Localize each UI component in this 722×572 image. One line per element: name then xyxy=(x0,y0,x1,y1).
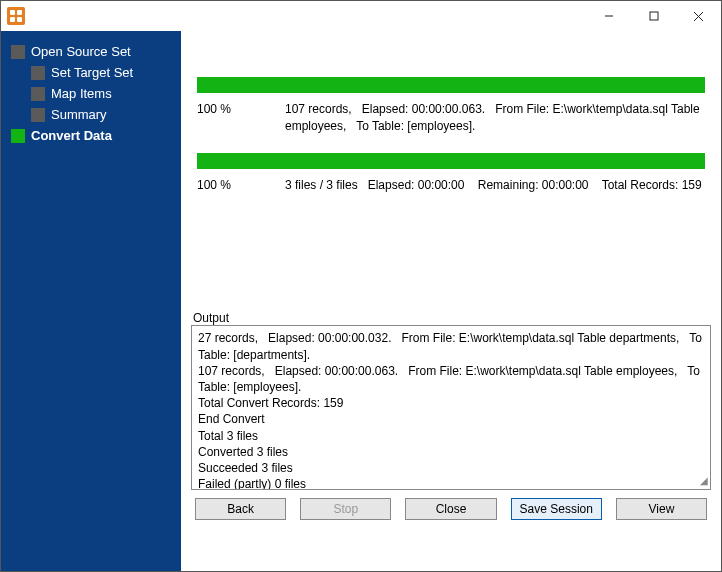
step-status-icon xyxy=(11,129,25,143)
main-panel: 100 % 107 records, Elapsed: 00:00:00.063… xyxy=(181,31,721,571)
step-status-icon xyxy=(11,45,25,59)
close-window-button[interactable] xyxy=(676,1,721,31)
file-progress-bar xyxy=(197,77,705,93)
file-progress-row: 100 % 107 records, Elapsed: 00:00:00.063… xyxy=(197,99,705,153)
output-line: 107 records, Elapsed: 00:00:00.063. From… xyxy=(198,363,704,395)
step-status-icon xyxy=(31,108,45,122)
step-status-icon xyxy=(31,87,45,101)
file-progress-percent: 100 % xyxy=(197,101,267,135)
app-icon xyxy=(7,7,25,25)
sidebar-item-summary[interactable]: Summary xyxy=(31,104,177,125)
maximize-button[interactable] xyxy=(631,1,676,31)
resize-grip-icon: ◢ xyxy=(700,474,708,488)
output-line: Succeeded 3 files xyxy=(198,460,704,476)
save-session-button[interactable]: Save Session xyxy=(511,498,602,520)
output-line: Converted 3 files xyxy=(198,444,704,460)
sidebar-item-label: Set Target Set xyxy=(51,65,133,80)
wizard-sidebar: Open Source SetSet Target SetMap ItemsSu… xyxy=(1,31,181,571)
view-button[interactable]: View xyxy=(616,498,707,520)
sidebar-item-map-items[interactable]: Map Items xyxy=(31,83,177,104)
close-button[interactable]: Close xyxy=(405,498,496,520)
back-button[interactable]: Back xyxy=(195,498,286,520)
sidebar-item-convert-data[interactable]: Convert Data xyxy=(11,125,177,146)
file-progress-details: 107 records, Elapsed: 00:00:00.063. From… xyxy=(285,101,705,135)
button-row: Back Stop Close Save Session View xyxy=(191,490,711,520)
sidebar-item-label: Map Items xyxy=(51,86,112,101)
output-textarea[interactable]: 27 records, Elapsed: 00:00:00.032. From … xyxy=(191,325,711,490)
total-progress-row: 100 % 3 files / 3 files Elapsed: 00:00:0… xyxy=(197,175,705,212)
step-status-icon xyxy=(31,66,45,80)
total-progress-percent: 100 % xyxy=(197,177,267,194)
output-line: Total 3 files xyxy=(198,428,704,444)
output-line: End Convert xyxy=(198,411,704,427)
window-controls xyxy=(586,1,721,31)
sidebar-item-set-target-set[interactable]: Set Target Set xyxy=(31,62,177,83)
titlebar xyxy=(1,1,721,31)
stop-button[interactable]: Stop xyxy=(300,498,391,520)
sidebar-item-open-source-set[interactable]: Open Source Set xyxy=(11,41,177,62)
sidebar-item-label: Open Source Set xyxy=(31,44,131,59)
svg-rect-1 xyxy=(650,12,658,20)
output-label: Output xyxy=(191,311,711,325)
minimize-button[interactable] xyxy=(586,1,631,31)
output-line: 27 records, Elapsed: 00:00:00.032. From … xyxy=(198,330,704,362)
total-progress-details: 3 files / 3 files Elapsed: 00:00:00 Rema… xyxy=(285,177,705,194)
sidebar-item-label: Convert Data xyxy=(31,128,112,143)
output-line: Failed (partly) 0 files xyxy=(198,476,704,490)
sidebar-item-label: Summary xyxy=(51,107,107,122)
app-window: Open Source SetSet Target SetMap ItemsSu… xyxy=(0,0,722,572)
total-progress-bar xyxy=(197,153,705,169)
output-line: Total Convert Records: 159 xyxy=(198,395,704,411)
